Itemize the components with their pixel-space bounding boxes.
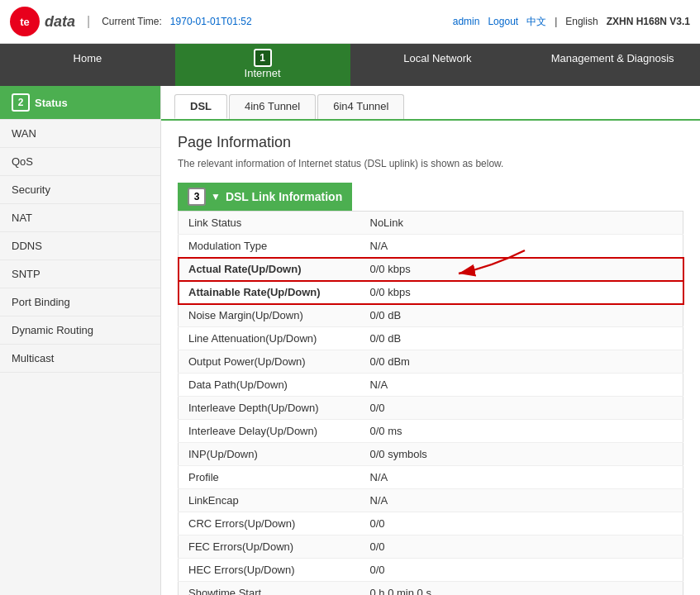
sidebar-item-nat[interactable]: NAT xyxy=(0,204,160,232)
table-row: Line Attenuation(Up/Down)0/0 dB xyxy=(179,327,683,350)
layout: 2StatusWANQoSSecurityNATDDNSSNTPPort Bin… xyxy=(0,86,700,595)
section-container: 3 ▼ DSL Link Information xyxy=(178,183,352,211)
table-label-16: Showtime Start xyxy=(179,582,360,596)
section-title: DSL Link Information xyxy=(226,190,342,203)
sidebar-label-1: WAN xyxy=(12,127,36,140)
current-time-value: 1970-01-01T01:52 xyxy=(170,16,252,27)
table-row: Noise Margin(Up/Down)0/0 dB xyxy=(179,304,683,327)
table-label-9: Interleave Delay(Up/Down) xyxy=(179,420,360,443)
lang-chinese[interactable]: 中文 xyxy=(526,15,546,29)
table-value-0: NoLink xyxy=(360,212,683,235)
sidebar-label-6: SNTP xyxy=(12,268,40,280)
sidebar-label-5: DDNS xyxy=(12,240,42,252)
table-label-11: Profile xyxy=(179,466,360,489)
sidebar-label-9: Multicast xyxy=(12,352,54,364)
nav-badge-1: 1 xyxy=(254,49,272,67)
table-label-10: INP(Up/Down) xyxy=(179,443,360,466)
nav-label-1: Internet xyxy=(245,67,281,79)
logo-divider: | xyxy=(87,14,90,29)
table-label-7: Data Path(Up/Down) xyxy=(179,374,360,397)
sidebar-label-2: QoS xyxy=(12,155,33,168)
svg-text:te: te xyxy=(20,16,30,28)
table-value-9: 0/0 ms xyxy=(360,420,683,443)
info-table: Link StatusNoLinkModulation TypeN/AActua… xyxy=(178,211,683,595)
sidebar-badge-0: 2 xyxy=(12,93,30,112)
sidebar-item-ddns[interactable]: DDNS xyxy=(0,232,160,260)
header-right: admin Logout 中文 | English ZXHN H168N V3.… xyxy=(453,15,690,29)
page-content: Page Information The relevant informatio… xyxy=(161,121,700,595)
logo-area: te data | Current Time: 1970-01-01T01:52 xyxy=(10,7,252,36)
main-content: DSL4in6 Tunnel6in4 Tunnel Page Informati… xyxy=(161,86,700,595)
table-value-8: 0/0 xyxy=(360,397,683,420)
sidebar-item-multicast[interactable]: Multicast xyxy=(0,345,160,373)
logo-icon: te xyxy=(10,7,40,36)
lang-english[interactable]: English xyxy=(565,16,598,27)
table-label-0: Link Status xyxy=(179,212,360,235)
table-row: Attainable Rate(Up/Down)0/0 kbps xyxy=(179,281,683,304)
table-value-5: 0/0 dB xyxy=(360,327,683,350)
table-label-6: Output Power(Up/Down) xyxy=(179,350,360,374)
table-value-6: 0/0 dBm xyxy=(360,350,683,374)
table-row: HEC Errors(Up/Down)0/0 xyxy=(179,559,683,582)
tabs-bar: DSL4in6 Tunnel6in4 Tunnel xyxy=(161,86,700,121)
section-header[interactable]: 3 ▼ DSL Link Information xyxy=(178,183,352,211)
table-row: LinkEncapN/A xyxy=(179,489,683,512)
table-row: Output Power(Up/Down)0/0 dBm xyxy=(179,350,683,374)
section-arrow: ▼ xyxy=(211,191,221,202)
table-row: INP(Up/Down)0/0 symbols xyxy=(179,443,683,466)
table-container: Link StatusNoLinkModulation TypeN/AActua… xyxy=(178,211,683,595)
lang-separator: | xyxy=(555,16,557,27)
table-label-2: Actual Rate(Up/Down) xyxy=(179,258,360,281)
sidebar-label-7: Port Binding xyxy=(12,296,70,308)
table-row: ProfileN/A xyxy=(179,466,683,489)
table-row: Interleave Depth(Up/Down)0/0 xyxy=(179,397,683,420)
table-label-14: FEC Errors(Up/Down) xyxy=(179,536,360,559)
table-value-12: N/A xyxy=(360,489,683,512)
nav-item-management-&-diagnosis[interactable]: Management & Diagnosis xyxy=(525,44,700,86)
sidebar-item-status[interactable]: 2Status xyxy=(0,86,160,120)
sidebar-item-port-binding[interactable]: Port Binding xyxy=(0,288,160,317)
table-value-15: 0/0 xyxy=(360,559,683,582)
current-time-label: Current Time: xyxy=(102,16,162,27)
table-label-4: Noise Margin(Up/Down) xyxy=(179,304,360,327)
table-row: Modulation TypeN/A xyxy=(179,235,683,258)
table-label-3: Attainable Rate(Up/Down) xyxy=(179,281,360,304)
nav-item-internet[interactable]: 1Internet xyxy=(175,44,350,86)
table-value-3: 0/0 kbps xyxy=(360,281,683,304)
table-row: Showtime Start0 h 0 min 0 s xyxy=(179,582,683,596)
nav-label-3: Management & Diagnosis xyxy=(551,52,674,64)
sidebar-item-security[interactable]: Security xyxy=(0,176,160,204)
tab-dsl[interactable]: DSL xyxy=(174,94,227,119)
sidebar: 2StatusWANQoSSecurityNATDDNSSNTPPort Bin… xyxy=(0,86,161,595)
sidebar-item-sntp[interactable]: SNTP xyxy=(0,260,160,288)
table-value-2: 0/0 kbps xyxy=(360,258,683,281)
sidebar-item-qos[interactable]: QoS xyxy=(0,148,160,176)
table-row: CRC Errors(Up/Down)0/0 xyxy=(179,512,683,536)
sidebar-label-3: Security xyxy=(12,183,50,196)
table-value-10: 0/0 symbols xyxy=(360,443,683,466)
table-value-11: N/A xyxy=(360,466,683,489)
sidebar-label-0: Status xyxy=(35,97,68,109)
admin-link[interactable]: admin xyxy=(453,16,480,27)
logout-link[interactable]: Logout xyxy=(488,16,518,27)
sidebar-item-wan[interactable]: WAN xyxy=(0,120,160,148)
sidebar-item-dynamic-routing[interactable]: Dynamic Routing xyxy=(0,317,160,345)
table-label-8: Interleave Depth(Up/Down) xyxy=(179,397,360,420)
nav-item-local-network[interactable]: Local Network xyxy=(350,44,526,86)
device-name: ZXHN H168N V3.1 xyxy=(607,16,690,27)
section-badge: 3 xyxy=(188,188,206,206)
table-value-13: 0/0 xyxy=(360,512,683,536)
page-description: The relevant information of Internet sta… xyxy=(178,158,683,169)
table-label-5: Line Attenuation(Up/Down) xyxy=(179,327,360,350)
table-value-16: 0 h 0 min 0 s xyxy=(360,582,683,596)
sidebar-label-4: NAT xyxy=(12,212,32,224)
tab-4in6-tunnel[interactable]: 4in6 Tunnel xyxy=(229,94,316,119)
table-label-12: LinkEncap xyxy=(179,489,360,512)
nav-item-home[interactable]: Home xyxy=(0,44,175,86)
page-title: Page Information xyxy=(178,134,683,151)
table-row: Link StatusNoLink xyxy=(179,212,683,235)
header: te data | Current Time: 1970-01-01T01:52… xyxy=(0,0,700,44)
tab-6in4-tunnel[interactable]: 6in4 Tunnel xyxy=(317,94,404,119)
logo-text: data xyxy=(45,13,75,31)
nav-label-0: Home xyxy=(74,52,102,64)
